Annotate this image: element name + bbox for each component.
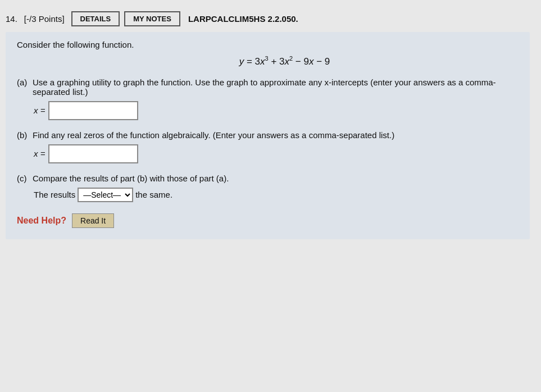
- need-help-label: Need Help?: [17, 216, 66, 226]
- course-code: LARPCALCLIM5HS 2.2.050.: [188, 14, 298, 24]
- part-b-label: (b) Find any real zeros of the function …: [17, 130, 519, 140]
- results-select[interactable]: —Select— are are not: [78, 188, 133, 202]
- formula-display: y = 3x3 + 3x2 − 9x − 9: [51, 55, 519, 67]
- part-a-input[interactable]: [48, 101, 138, 120]
- read-it-button[interactable]: Read It: [72, 213, 114, 228]
- page-wrapper: 14. [-/3 Points] DETAILS MY NOTES LARPCA…: [0, 0, 541, 256]
- formula-text: y = 3x3 + 3x2 − 9x − 9: [239, 56, 330, 67]
- same-text: the same.: [135, 190, 172, 199]
- part-b-description: Find any real zeros of the function alge…: [33, 130, 394, 140]
- results-text: The results: [34, 190, 75, 199]
- question-number: 14.: [6, 14, 17, 24]
- part-c-description: Compare the results of part (b) with tho…: [33, 174, 229, 183]
- part-c-select-row: The results —Select— are are not the sam…: [34, 188, 519, 202]
- part-a-input-row: x =: [34, 101, 519, 120]
- part-b-eq-label: x =: [34, 149, 45, 158]
- question-body: Consider the following function. y = 3x3…: [6, 32, 530, 239]
- notes-button[interactable]: MY NOTES: [124, 11, 180, 26]
- need-help-section: Need Help? Read It: [17, 213, 519, 228]
- details-button[interactable]: DETAILS: [71, 11, 120, 26]
- part-a-letter: (a): [17, 78, 28, 87]
- part-a-eq-label: x =: [34, 106, 45, 115]
- part-a-description: Use a graphing utility to graph the func…: [33, 78, 519, 97]
- intro-text: Consider the following function.: [17, 40, 519, 49]
- part-a: (a) Use a graphing utility to graph the …: [17, 78, 519, 120]
- part-b: (b) Find any real zeros of the function …: [17, 130, 519, 163]
- part-c-letter: (c): [17, 174, 28, 183]
- points-label: [-/3 Points]: [24, 14, 65, 24]
- part-c-label: (c) Compare the results of part (b) with…: [17, 174, 519, 183]
- part-c: (c) Compare the results of part (b) with…: [17, 174, 519, 202]
- part-b-letter: (b): [17, 130, 28, 140]
- question-header: 14. [-/3 Points] DETAILS MY NOTES LARPCA…: [6, 11, 530, 26]
- question-block: 14. [-/3 Points] DETAILS MY NOTES LARPCA…: [0, 6, 541, 250]
- part-b-input-row: x =: [34, 144, 519, 163]
- part-b-input[interactable]: [48, 144, 138, 163]
- part-a-label: (a) Use a graphing utility to graph the …: [17, 78, 519, 97]
